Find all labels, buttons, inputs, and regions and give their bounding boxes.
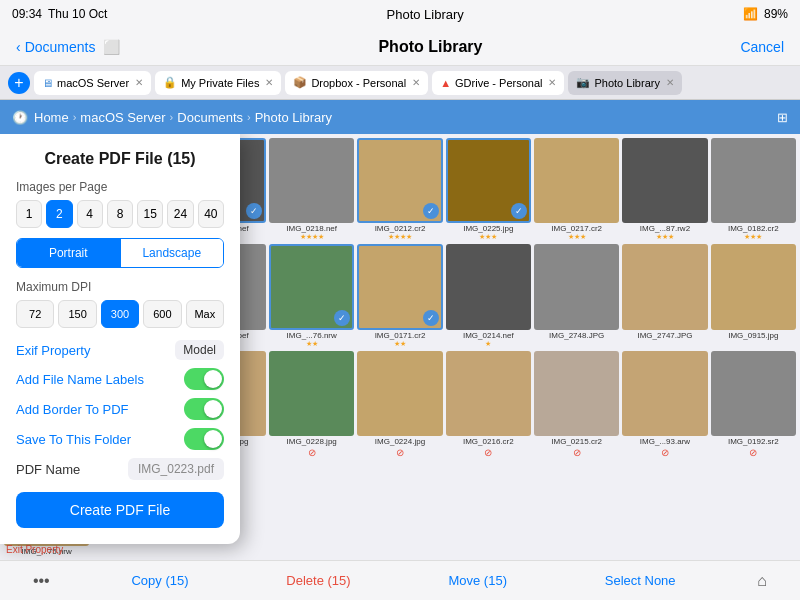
orient-btn-portrait[interactable]: Portrait: [17, 239, 121, 267]
photo-item[interactable]: IMG_0915.jpg: [711, 244, 796, 347]
toggle-label-1[interactable]: Add Border To PDF: [16, 402, 128, 417]
dpi-btn-72[interactable]: 72: [16, 300, 54, 328]
wifi-icon: 📶: [743, 7, 758, 21]
tab-photos[interactable]: 📷 Photo Library ✕: [568, 71, 681, 95]
photo-thumbnail: [269, 351, 354, 436]
photo-thumbnail: [711, 138, 796, 223]
photo-name: IMG_0192.sr2: [711, 437, 796, 446]
photo-delete-indicator: ⊘: [308, 447, 316, 458]
create-pdf-button[interactable]: Create PDF File: [16, 492, 224, 528]
nav-bar: ‹ Documents ⬜ Photo Library Cancel: [0, 28, 800, 66]
toggle-switch-0[interactable]: [184, 368, 224, 390]
select-none-button[interactable]: Select None: [589, 573, 692, 588]
breadcrumb-bar: 🕐 Home›macOS Server›Documents›Photo Libr…: [0, 100, 800, 134]
tab-close-icon[interactable]: ✕: [135, 77, 143, 88]
photo-item[interactable]: IMG_...87.rw2 ★★★: [622, 138, 707, 241]
more-button[interactable]: •••: [33, 572, 50, 590]
dpi-btn-300[interactable]: 300: [101, 300, 139, 328]
tab-close-icon[interactable]: ✕: [265, 77, 273, 88]
photo-item[interactable]: IMG_0218.nef ★★★★: [269, 138, 354, 241]
copy-button[interactable]: Copy (15): [115, 573, 204, 588]
photo-stars: ★: [485, 340, 491, 348]
dpi-btn-max[interactable]: Max: [186, 300, 224, 328]
status-title: Photo Library: [387, 7, 464, 22]
photo-item[interactable]: ✓ IMG_0171.cr2 ★★: [357, 244, 442, 347]
tab-private[interactable]: 🔒 My Private Files ✕: [155, 71, 281, 95]
move-button[interactable]: Move (15): [432, 573, 523, 588]
photo-item[interactable]: IMG_0217.cr2 ★★★: [534, 138, 619, 241]
tab-macos[interactable]: 🖥 macOS Server ✕: [34, 71, 151, 95]
breadcrumb-item-3[interactable]: Photo Library: [255, 110, 332, 125]
photo-name: IMG_2747.JPG: [622, 331, 707, 340]
images-per-page-row: 1248152440: [16, 200, 224, 228]
dpi-btn-600[interactable]: 600: [143, 300, 181, 328]
ipp-btn-8[interactable]: 8: [107, 200, 133, 228]
ipp-btn-4[interactable]: 4: [77, 200, 103, 228]
toggle-rows: Add File Name Labels Add Border To PDF S…: [16, 368, 224, 450]
home-button[interactable]: ⌂: [757, 572, 767, 590]
tab-close-icon[interactable]: ✕: [666, 77, 674, 88]
breadcrumb-item-0[interactable]: Home: [34, 110, 69, 125]
photo-thumbnail: [622, 244, 707, 329]
tab-close-icon[interactable]: ✕: [548, 77, 556, 88]
ipp-btn-40[interactable]: 40: [198, 200, 224, 228]
photo-name: IMG_0224.jpg: [357, 437, 442, 446]
photo-item[interactable]: IMG_2748.JPG: [534, 244, 619, 347]
breadcrumb-item-2[interactable]: Documents: [177, 110, 243, 125]
photo-item[interactable]: IMG_...93.arw ⊘: [622, 351, 707, 458]
photo-item[interactable]: IMG_0224.jpg ⊘: [357, 351, 442, 458]
photo-stars: ★★★: [744, 233, 762, 241]
photo-item[interactable]: IMG_0228.jpg ⊘: [269, 351, 354, 458]
delete-button[interactable]: Delete (15): [270, 573, 366, 588]
photo-stars: ★★★★: [388, 233, 412, 241]
breadcrumb-separator: ›: [73, 111, 77, 123]
photo-delete-indicator: ⊘: [484, 447, 492, 458]
photo-item[interactable]: IMG_0214.nef ★: [446, 244, 531, 347]
exif-label[interactable]: Exif Property: [16, 343, 90, 358]
history-icon: 🕐: [12, 110, 28, 125]
photo-name: IMG_0217.cr2: [534, 224, 619, 233]
pdf-name-row: PDF Name IMG_0223.pdf: [16, 458, 224, 480]
photo-check: ✓: [334, 310, 350, 326]
photo-item[interactable]: IMG_0192.sr2 ⊘: [711, 351, 796, 458]
toggle-label-0[interactable]: Add File Name Labels: [16, 372, 144, 387]
cancel-button[interactable]: Cancel: [740, 39, 784, 55]
photo-name: IMG_0171.cr2: [357, 331, 442, 340]
ipp-btn-24[interactable]: 24: [167, 200, 193, 228]
photo-item[interactable]: IMG_0182.cr2 ★★★: [711, 138, 796, 241]
tab-close-icon[interactable]: ✕: [412, 77, 420, 88]
photo-item[interactable]: IMG_0215.cr2 ⊘: [534, 351, 619, 458]
orient-btn-landscape[interactable]: Landscape: [121, 239, 224, 267]
grid-icon[interactable]: ⊞: [777, 110, 788, 125]
photo-thumbnail: [622, 138, 707, 223]
toggle-row-2: Save To This Folder: [16, 428, 224, 450]
dpi-btn-150[interactable]: 150: [58, 300, 96, 328]
tab-dropbox[interactable]: 📦 Dropbox - Personal ✕: [285, 71, 428, 95]
toggle-switch-1[interactable]: [184, 398, 224, 420]
photo-delete-indicator: ⊘: [573, 447, 581, 458]
tab-label: GDrive - Personal: [455, 77, 542, 89]
photo-name: IMG_0225.jpg: [446, 224, 531, 233]
orientation-row: PortraitLandscape: [16, 238, 224, 268]
photo-item[interactable]: IMG_2747.JPG: [622, 244, 707, 347]
back-button[interactable]: ‹ Documents ⬜: [16, 39, 120, 55]
toggle-switch-2[interactable]: [184, 428, 224, 450]
toggle-label-2[interactable]: Save To This Folder: [16, 432, 131, 447]
photo-name: IMG_0214.nef: [446, 331, 531, 340]
tab-gdrive[interactable]: ▲ GDrive - Personal ✕: [432, 71, 564, 95]
photo-name: IMG_0182.cr2: [711, 224, 796, 233]
exif-row: Exif Property Model: [16, 340, 224, 360]
tabs-bar: + 🖥 macOS Server ✕🔒 My Private Files ✕📦 …: [0, 66, 800, 100]
breadcrumb-item-1[interactable]: macOS Server: [80, 110, 165, 125]
photo-name: IMG_0212.cr2: [357, 224, 442, 233]
photo-item[interactable]: IMG_0216.cr2 ⊘: [446, 351, 531, 458]
ipp-btn-1[interactable]: 1: [16, 200, 42, 228]
add-tab-button[interactable]: +: [8, 72, 30, 94]
photo-item[interactable]: ✓ IMG_...76.nrw ★★: [269, 244, 354, 347]
photo-item[interactable]: ✓ IMG_0225.jpg ★★★: [446, 138, 531, 241]
pdf-name-label: PDF Name: [16, 462, 80, 477]
photo-item[interactable]: ✓ IMG_0212.cr2 ★★★★: [357, 138, 442, 241]
ipp-btn-15[interactable]: 15: [137, 200, 163, 228]
ipp-btn-2[interactable]: 2: [46, 200, 72, 228]
photo-thumbnail: [622, 351, 707, 436]
